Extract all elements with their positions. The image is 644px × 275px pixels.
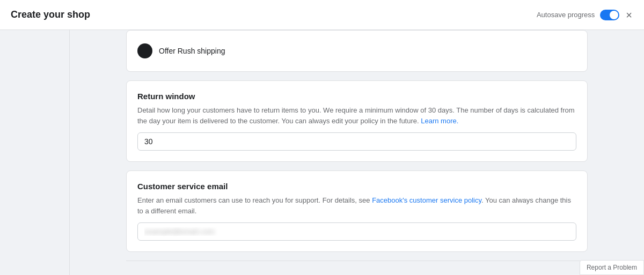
learn-more-link[interactable]: Learn more. (421, 117, 458, 125)
return-window-desc: Detail how long your customers have to r… (137, 105, 576, 126)
app-header: Create your shop Autosave progress × (0, 0, 644, 30)
sidebar (0, 30, 70, 275)
footer-actions: Previous Next (126, 270, 588, 275)
content-inner: Offer Rush shipping Return window Detail… (115, 30, 598, 275)
return-window-card: Return window Detail how long your custo… (126, 80, 588, 162)
facebook-policy-link[interactable]: Facebook's customer service policy (372, 196, 481, 204)
offer-rush-label: Offer Rush shipping (159, 47, 225, 55)
return-window-desc-before: Detail how long your customers have to r… (137, 106, 428, 114)
customer-service-email-title: Customer service email (137, 182, 576, 191)
close-button[interactable]: × (625, 9, 633, 21)
footer-divider (126, 261, 588, 261)
return-window-days: 30 days (428, 106, 453, 114)
autosave-label: Autosave progress (537, 11, 595, 19)
page-title: Create your shop (11, 9, 90, 20)
email-desc-before: Enter an email customers can use to reac… (137, 196, 372, 204)
main-layout: Offer Rush shipping Return window Detail… (0, 30, 644, 275)
customer-service-email-input[interactable] (137, 222, 576, 241)
offer-rush-icon (137, 43, 152, 58)
header-controls: Autosave progress × (537, 9, 633, 21)
report-problem-button[interactable]: Report a Problem (580, 260, 644, 275)
autosave-toggle[interactable] (600, 10, 619, 20)
offer-rush-card: Offer Rush shipping (126, 30, 588, 72)
customer-service-email-desc: Enter an email customers can use to reac… (137, 195, 576, 216)
return-window-title: Return window (137, 92, 576, 101)
customer-service-email-card: Customer service email Enter an email cu… (126, 170, 588, 252)
content-area: Offer Rush shipping Return window Detail… (70, 30, 644, 275)
offer-rush-row: Offer Rush shipping (137, 41, 576, 61)
return-window-input[interactable] (137, 132, 576, 151)
